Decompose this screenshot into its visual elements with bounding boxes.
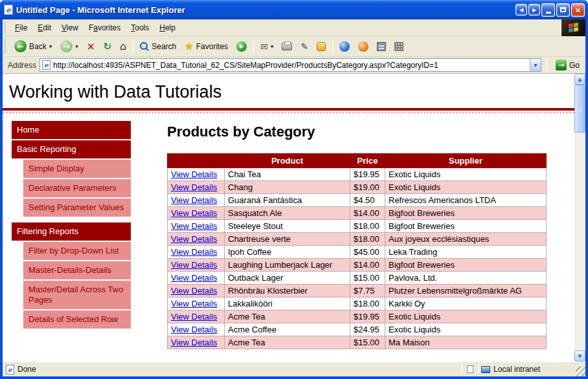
window-title: Untitled Page - Microsoft Internet Explo… (16, 5, 185, 15)
column-header (168, 154, 225, 168)
menu-item-view[interactable]: View (56, 21, 84, 35)
product-cell: Outback Lager (225, 272, 350, 285)
supplier-cell: Leka Trading (385, 246, 547, 259)
column-header: Supplier (385, 154, 547, 168)
mail-button[interactable]: ✉ ▼ (256, 39, 277, 54)
back-dropdown-icon[interactable]: ▼ (49, 44, 52, 49)
menu-item-favorites[interactable]: Favorites (84, 21, 126, 35)
favorites-button[interactable]: ★ Favorites (181, 38, 232, 55)
product-row: View DetailsSasquatch Ale$14.00Bigfoot B… (168, 207, 547, 220)
view-details-link[interactable]: View Details (171, 182, 217, 192)
toolbar-separator (133, 39, 133, 54)
back-button[interactable]: ← Back ▼ (10, 38, 56, 55)
main-content: Products by Category ProductPriceSupplie… (167, 121, 574, 349)
print-icon (282, 43, 292, 50)
address-dropdown-button[interactable]: ▼ (530, 59, 541, 71)
details-cell: View Details (168, 246, 225, 259)
sidebar-item[interactable]: Master-Details-Details (23, 261, 131, 279)
toolbar-grip[interactable] (4, 38, 7, 54)
price-cell: $15.00 (350, 272, 385, 285)
home-button[interactable]: ⌂ (116, 38, 130, 55)
windows-logo-throbber (561, 19, 585, 36)
price-cell: $18.00 (350, 220, 385, 233)
globe-icon (339, 41, 350, 52)
search-button[interactable]: Search (136, 39, 180, 54)
titlebar-extra-button-2[interactable]: ▶ (528, 4, 540, 16)
details-cell: View Details (168, 233, 225, 246)
vertical-scrollbar[interactable]: ▲ ▼ (574, 74, 585, 362)
close-button[interactable]: × (571, 3, 585, 17)
mail-dropdown-icon[interactable]: ▼ (271, 44, 274, 49)
stop-button[interactable]: × (83, 38, 99, 55)
price-cell: $14.00 (350, 207, 385, 220)
edit-button[interactable]: ✎ (297, 39, 312, 54)
sidebar-item[interactable]: Filter by Drop-Down List (23, 242, 131, 260)
details-cell: View Details (168, 259, 225, 272)
view-details-link[interactable]: View Details (171, 325, 217, 334)
product-row: View DetailsAcme Coffee$24.95Exotic Liqu… (168, 323, 547, 336)
go-button[interactable]: → Go (552, 58, 583, 72)
scroll-down-button[interactable]: ▼ (574, 351, 585, 362)
sidebar-item[interactable]: Master/Detail Across Two Pages (23, 281, 131, 309)
menu-item-tools[interactable]: Tools (126, 21, 154, 35)
price-cell: $19.00 (350, 181, 385, 194)
window-icon: e (4, 5, 13, 15)
status-mini-panel (462, 362, 478, 376)
view-details-link[interactable]: View Details (171, 338, 217, 347)
resize-grip[interactable] (576, 367, 585, 376)
addon-button-building[interactable] (373, 39, 390, 54)
refresh-button[interactable]: ↻ (100, 38, 116, 55)
view-details-link[interactable]: View Details (171, 260, 217, 270)
address-input[interactable] (53, 60, 527, 70)
sidebar-item[interactable]: Declarative Parameters (23, 179, 131, 197)
scrollbar-thumb[interactable] (574, 85, 585, 133)
view-details-link[interactable]: View Details (171, 286, 217, 296)
supplier-cell: Aux joyeux ecclésiastiques (385, 233, 547, 246)
sidebar-item[interactable]: Simple Display (23, 160, 131, 178)
price-cell: $18.00 (350, 233, 385, 246)
forward-button[interactable]: → ▼ (56, 38, 82, 55)
scroll-up-button[interactable]: ▲ (574, 74, 585, 85)
sidebar-item[interactable]: Filtering Reports (12, 222, 131, 241)
product-row: View DetailsIpoh Coffee$45.00Leka Tradin… (168, 246, 547, 259)
favorites-star-icon: ★ (185, 41, 193, 52)
addon-button-orange[interactable] (354, 39, 372, 54)
media-button[interactable]: ▶ (232, 39, 251, 54)
view-details-link[interactable]: View Details (171, 247, 217, 257)
details-cell: View Details (168, 310, 225, 323)
status-page-icon: e (6, 365, 14, 374)
addon-button-globe[interactable] (335, 39, 354, 54)
menubar-grip[interactable] (4, 21, 7, 34)
view-details-link[interactable]: View Details (171, 299, 217, 309)
sidebar-item[interactable]: Setting Parameter Values (23, 199, 131, 217)
forward-dropdown-icon[interactable]: ▼ (75, 44, 78, 49)
minimize-button[interactable] (541, 3, 555, 17)
view-details-link[interactable]: View Details (171, 273, 217, 283)
view-details-link[interactable]: View Details (171, 169, 217, 179)
sidebar-item[interactable]: Basic Reporting (12, 140, 131, 158)
menu-item-help[interactable]: Help (154, 21, 181, 35)
sidebar-item[interactable]: Home (12, 121, 131, 139)
product-row: View DetailsAcme Tea$19.95Exotic Liquids (168, 310, 547, 323)
price-cell: $45.00 (350, 246, 385, 259)
supplier-cell: Plutzer Lebensmittelgroßmärkte AG (385, 285, 547, 298)
maximize-button[interactable] (556, 3, 570, 17)
address-field: e ▼ (40, 58, 541, 72)
view-details-link[interactable]: View Details (171, 208, 217, 218)
product-cell: Laughing Lumberjack Lager (225, 259, 350, 272)
titlebar-extra-button-1[interactable]: ◀ (515, 4, 527, 16)
menu-item-edit[interactable]: Edit (32, 21, 56, 35)
title-bar[interactable]: e Untitled Page - Microsoft Internet Exp… (0, 0, 588, 19)
product-row: View DetailsAcme Tea$15.00Ma Maison (168, 336, 547, 349)
view-details-link[interactable]: View Details (171, 195, 217, 205)
view-details-link[interactable]: View Details (171, 234, 217, 244)
product-cell: Ipoh Coffee (225, 246, 350, 259)
sidebar-item[interactable]: Details of Selected Row (23, 310, 131, 329)
messenger-button[interactable] (313, 39, 330, 54)
print-button[interactable] (278, 40, 296, 53)
menu-item-file[interactable]: File (10, 21, 32, 35)
mail-icon: ✉ (260, 41, 268, 52)
view-details-link[interactable]: View Details (171, 312, 217, 321)
view-details-link[interactable]: View Details (171, 221, 217, 231)
addon-button-grid[interactable] (390, 39, 407, 54)
